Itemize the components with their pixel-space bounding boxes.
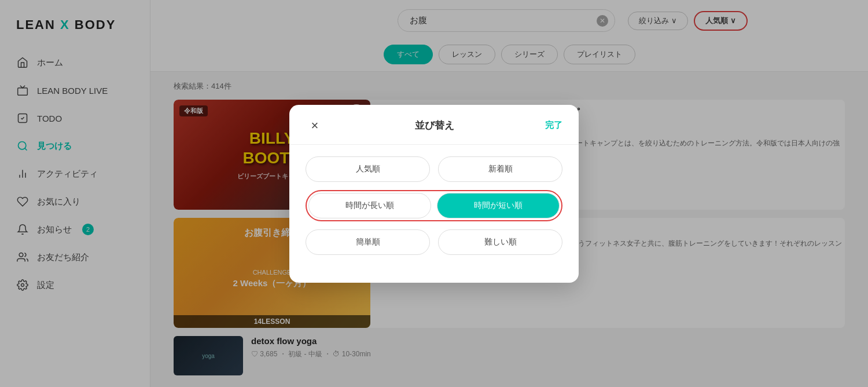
sort-newest[interactable]: 新着順 <box>438 156 562 182</box>
modal-close-button[interactable]: × <box>306 116 324 135</box>
modal-overlay[interactable]: × 並び替え 完了 人気順 新着順 時間が長い順 時間が短い順 簡単順 難しい順 <box>0 0 868 387</box>
sort-row-2-highlight: 時間が長い順 時間が短い順 <box>306 190 562 221</box>
modal-header: × 並び替え 完了 <box>289 105 579 145</box>
sort-shortest[interactable]: 時間が短い順 <box>437 193 560 218</box>
sort-row-1: 人気順 新着順 <box>306 156 562 182</box>
modal-body: 人気順 新着順 時間が長い順 時間が短い順 簡単順 難しい順 <box>289 145 579 266</box>
modal-done-button[interactable]: 完了 <box>545 120 562 131</box>
sort-modal: × 並び替え 完了 人気順 新着順 時間が長い順 時間が短い順 簡単順 難しい順 <box>289 105 579 283</box>
sort-longest[interactable]: 時間が長い順 <box>308 193 431 218</box>
sort-popular[interactable]: 人気順 <box>306 156 430 182</box>
sort-hardest[interactable]: 難しい順 <box>438 229 562 255</box>
sort-easiest[interactable]: 簡単順 <box>306 229 430 255</box>
modal-title: 並び替え <box>415 119 454 132</box>
sort-row-3: 簡単順 難しい順 <box>306 229 562 255</box>
